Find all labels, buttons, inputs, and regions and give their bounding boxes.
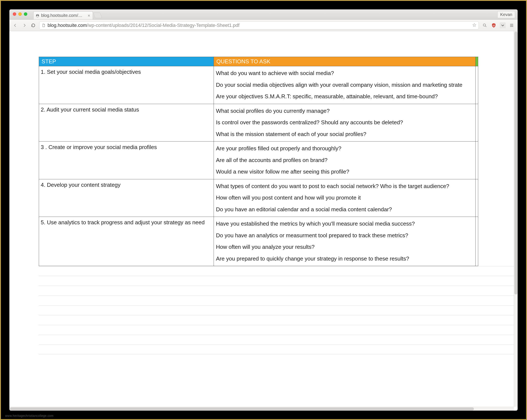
questions-cell: What types of content do you want to pos… bbox=[214, 179, 475, 217]
empty-row bbox=[39, 335, 518, 344]
question-line: How often will you analyze your results? bbox=[214, 242, 475, 254]
new-tab-button[interactable] bbox=[93, 12, 102, 18]
question-line: Do your social media objectives align wi… bbox=[214, 80, 475, 91]
question-line: How often will you post content and how … bbox=[214, 192, 475, 204]
step-cell: 3 . Create or improve your social media … bbox=[39, 142, 214, 153]
question-line: Are your objectives S.M.A.R.T: specific,… bbox=[214, 91, 475, 103]
pdf-page: STEP QUESTIONS TO ASK 1. Set your social… bbox=[9, 31, 518, 354]
questions-cell: Have you established the metrics by whic… bbox=[214, 217, 475, 266]
questions-cell: Are your profiles filled out properly an… bbox=[214, 142, 475, 179]
step-cell: 5. Use analytics to track progress and a… bbox=[39, 217, 214, 228]
close-tab-icon[interactable]: × bbox=[88, 13, 90, 18]
peek-cell bbox=[476, 179, 478, 217]
table-row: 4. Develop your content strategyWhat typ… bbox=[39, 179, 478, 217]
empty-row bbox=[39, 276, 518, 286]
browser-tab[interactable]: blog.hootsuite.com/wp-co × bbox=[33, 11, 93, 19]
empty-row bbox=[39, 286, 518, 296]
empty-row bbox=[39, 296, 518, 305]
address-bar[interactable]: blog.hootsuite.com/wp-content/uploads/20… bbox=[39, 21, 479, 29]
pdf-viewport: STEP QUESTIONS TO ASK 1. Set your social… bbox=[9, 31, 518, 411]
url-text: blog.hootsuite.com/wp-content/uploads/20… bbox=[47, 22, 239, 28]
empty-spreadsheet-rows bbox=[39, 266, 518, 354]
questions-cell: What do you want to achieve with social … bbox=[214, 66, 475, 104]
svg-point-0 bbox=[36, 15, 38, 16]
question-line: What social profiles do you currently ma… bbox=[214, 106, 475, 118]
empty-row bbox=[39, 344, 518, 354]
browser-window: blog.hootsuite.com/wp-co × Kevan blog.ho… bbox=[9, 9, 518, 411]
back-button[interactable] bbox=[12, 22, 18, 28]
question-line: Would a new visitor follow me after seei… bbox=[214, 166, 475, 178]
bookmark-star-icon[interactable] bbox=[472, 23, 476, 28]
traffic-lights bbox=[13, 12, 27, 16]
owl-icon bbox=[36, 14, 39, 18]
peek-cell bbox=[476, 104, 478, 142]
question-line: What types of content do you want to pos… bbox=[214, 181, 475, 193]
vertical-scrollbar-thumb[interactable] bbox=[515, 32, 517, 294]
reload-button[interactable] bbox=[30, 22, 36, 28]
question-line: What is the mission statement of each of… bbox=[214, 129, 475, 141]
question-line: Are all of the accounts and profiles on … bbox=[214, 155, 475, 167]
peek-cell bbox=[476, 142, 478, 179]
window-close-button[interactable] bbox=[13, 12, 16, 16]
pocket-icon[interactable] bbox=[500, 22, 506, 28]
step-cell: 2. Audit your current social media statu… bbox=[39, 104, 214, 116]
zoom-magnifier-icon[interactable] bbox=[482, 22, 488, 28]
forward-button[interactable] bbox=[21, 22, 27, 28]
window-minimize-button[interactable] bbox=[18, 12, 22, 16]
profile-badge[interactable]: Kevan bbox=[497, 11, 515, 18]
url-domain: blog.hootsuite.com bbox=[47, 22, 87, 28]
question-line: Are you prepared to quickly change your … bbox=[214, 254, 475, 265]
question-line: Are your profiles filled out properly an… bbox=[214, 143, 475, 155]
toolbar: blog.hootsuite.com/wp-content/uploads/20… bbox=[9, 20, 518, 31]
horizontal-scrollbar-thumb[interactable] bbox=[10, 408, 474, 410]
table-row: 2. Audit your current social media statu… bbox=[39, 104, 478, 142]
empty-row bbox=[39, 266, 518, 276]
empty-row bbox=[39, 305, 518, 315]
question-line: Have you established the metrics by whic… bbox=[214, 219, 475, 230]
header-next-column-peek bbox=[476, 57, 478, 66]
horizontal-scrollbar[interactable] bbox=[9, 407, 514, 411]
question-line: What do you want to achieve with social … bbox=[214, 68, 475, 80]
step-cell: 1. Set your social media goals/objective… bbox=[39, 66, 214, 78]
empty-row bbox=[39, 315, 518, 325]
question-line: Is control over the passwords centralize… bbox=[214, 117, 475, 129]
ublock-icon[interactable] bbox=[491, 22, 497, 28]
url-path: /wp-content/uploads/2014/12/Social-Media… bbox=[87, 22, 239, 28]
peek-cell bbox=[476, 217, 478, 266]
table-row: 5. Use analytics to track progress and a… bbox=[39, 217, 478, 266]
svg-point-1 bbox=[38, 15, 39, 16]
page-icon bbox=[42, 23, 45, 27]
peek-cell bbox=[476, 66, 478, 104]
tab-title: blog.hootsuite.com/wp-co bbox=[41, 13, 84, 18]
header-questions: QUESTIONS TO ASK bbox=[214, 57, 476, 66]
question-line: Do you have an analytics or measurment t… bbox=[214, 230, 475, 242]
titlebar: blog.hootsuite.com/wp-co × Kevan bbox=[9, 9, 518, 20]
header-step: STEP bbox=[39, 57, 214, 66]
table-row: 1. Set your social media goals/objective… bbox=[39, 66, 478, 104]
table-row: 3 . Create or improve your social media … bbox=[39, 142, 478, 179]
watermark-text: www.heritagechristiancollege.com bbox=[5, 414, 54, 418]
strategy-table: STEP QUESTIONS TO ASK 1. Set your social… bbox=[39, 57, 478, 266]
svg-point-2 bbox=[483, 24, 486, 26]
window-zoom-button[interactable] bbox=[24, 12, 27, 16]
empty-row bbox=[39, 325, 518, 335]
questions-cell: What social profiles do you currently ma… bbox=[214, 104, 475, 142]
step-cell: 4. Develop your content strategy bbox=[39, 179, 214, 191]
question-line: Do you have an editorial calendar and a … bbox=[214, 204, 475, 216]
hamburger-menu-icon[interactable] bbox=[509, 22, 515, 28]
vertical-scrollbar[interactable] bbox=[514, 31, 518, 407]
